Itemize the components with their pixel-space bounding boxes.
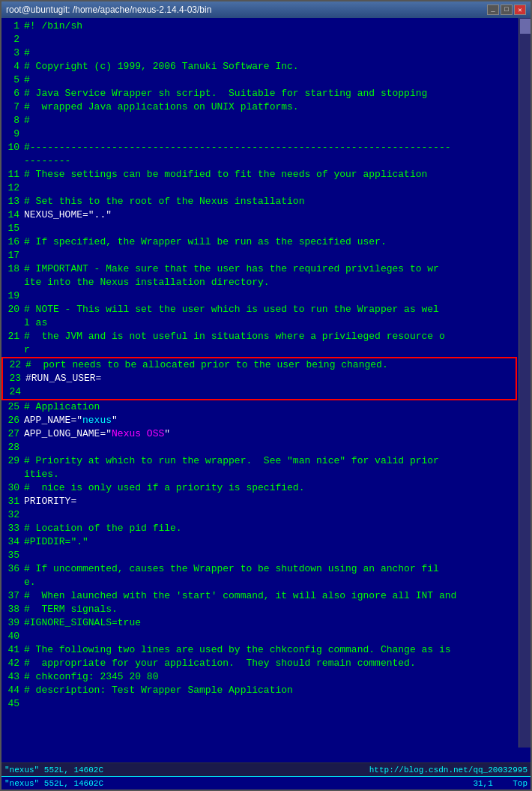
line-40: 40 [1, 630, 517, 643]
titlebar: root@ubuntugit: /home/apache/nexus-2.14.… [1, 1, 531, 18]
scrollbar-thumb[interactable] [520, 19, 531, 34]
line-44: 44 # description: Test Wrapper Sample Ap… [1, 684, 517, 697]
line-20b: l as [1, 316, 517, 330]
line-1: 1 #! /bin/sh [1, 19, 517, 33]
line-12: 12 [1, 181, 517, 195]
line-10b: -------- [1, 154, 517, 168]
line-45: 45 [1, 697, 517, 711]
line-38: 38 # TERM signals. [1, 603, 517, 616]
minimize-button[interactable]: _ [487, 4, 499, 15]
maximize-button[interactable]: □ [501, 4, 513, 15]
line-39: 39 #IGNORE_SIGNALS=true [1, 616, 517, 630]
line-36a: 36 # If uncommented, causes the Wrapper … [1, 562, 517, 576]
line-9: 9 [1, 127, 517, 141]
highlighted-region: 22 # port needs to be allocated prior to… [1, 357, 517, 400]
line-16: 16 # If specified, the Wrapper will be r… [1, 235, 517, 249]
line-13: 13 # Set this to the root of the Nexus i… [1, 195, 517, 208]
line-8: 8 # [1, 114, 517, 127]
line-19: 19 [1, 289, 517, 303]
line-21b: r [1, 343, 517, 357]
line-7: 7 # wrapped Java applications on UNIX pl… [1, 100, 517, 114]
window-controls: _ □ ✕ [487, 4, 526, 15]
line-24: 24 [3, 385, 516, 399]
line-31: 31 PRIORITY= [1, 495, 517, 508]
line-26: 26 APP_NAME="nexus" [1, 414, 517, 427]
status-file-info: "nexus" 552L, 14602C [4, 766, 103, 775]
line-34: 34 #PIDDIR="." [1, 535, 517, 549]
terminal-window: root@ubuntugit: /home/apache/nexus-2.14.… [0, 0, 532, 791]
status-filename: "nexus" 552L, 14602C [4, 779, 103, 788]
status-url: http://blog.csdn.net/qq_20032995 [369, 766, 528, 775]
line-15: 15 [1, 222, 517, 235]
line-4: 4 # Copyright (c) 1999, 2006 Tanuki Soft… [1, 60, 517, 73]
code-display: 1 #! /bin/sh 2 3 # 4 # Copyright (c) 199… [1, 19, 531, 711]
line-20a: 20 # NOTE - This will set the user which… [1, 303, 517, 316]
line-17: 17 [1, 249, 517, 262]
line-10a: 10 #------------------------------------… [1, 141, 517, 154]
content-area: 1 #! /bin/sh 2 3 # 4 # Copyright (c) 199… [1, 18, 531, 763]
line-11: 11 # These settings can be modified to f… [1, 168, 517, 181]
line-35: 35 [1, 549, 517, 562]
line-25: 25 # Application [1, 400, 517, 414]
line-36b: e. [1, 576, 517, 589]
line-41: 41 # The following two lines are used by… [1, 643, 517, 657]
status-position: 31,1 Top [473, 779, 528, 788]
line-23: 23 #RUN_AS_USER= [3, 372, 516, 385]
line-37: 37 # When launched with the 'start' comm… [1, 589, 517, 603]
line-30: 30 # nice is only used if a priority is … [1, 481, 517, 495]
line-18a: 18 # IMPORTANT - Make sure that the user… [1, 262, 517, 276]
line-29a: 29 # Priority at which to run the wrappe… [1, 454, 517, 468]
line-22: 22 # port needs to be allocated prior to… [3, 358, 516, 372]
close-button[interactable]: ✕ [514, 4, 526, 15]
line-42: 42 # appropriate for your application. T… [1, 657, 517, 670]
line-14: 14 NEXUS_HOME=".." [1, 208, 517, 222]
line-32: 32 [1, 508, 517, 522]
line-18b: ite into the Nexus installation director… [1, 276, 517, 289]
terminal-body: 1 #! /bin/sh 2 3 # 4 # Copyright (c) 199… [1, 18, 531, 790]
status-bar: "nexus" 552L, 14602C http://blog.csdn.ne… [1, 763, 531, 776]
line-3: 3 # [1, 46, 517, 60]
window-title: root@ubuntugit: /home/apache/nexus-2.14.… [6, 4, 487, 15]
line-29b: ities. [1, 468, 517, 481]
line-43: 43 # chkconfig: 2345 20 80 [1, 670, 517, 684]
line-2: 2 [1, 33, 517, 46]
status-bar-2: "nexus" 552L, 14602C 31,1 Top [1, 776, 531, 790]
line-28: 28 [1, 441, 517, 454]
scrollbar[interactable] [519, 18, 531, 748]
line-21a: 21 # the JVM and is not useful in situat… [1, 330, 517, 343]
line-6: 6 # Java Service Wrapper sh script. Suit… [1, 87, 517, 100]
line-27: 27 APP_LONG_NAME="Nexus OSS" [1, 427, 517, 441]
line-33: 33 # Location of the pid file. [1, 522, 517, 535]
line-5: 5 # [1, 73, 517, 87]
